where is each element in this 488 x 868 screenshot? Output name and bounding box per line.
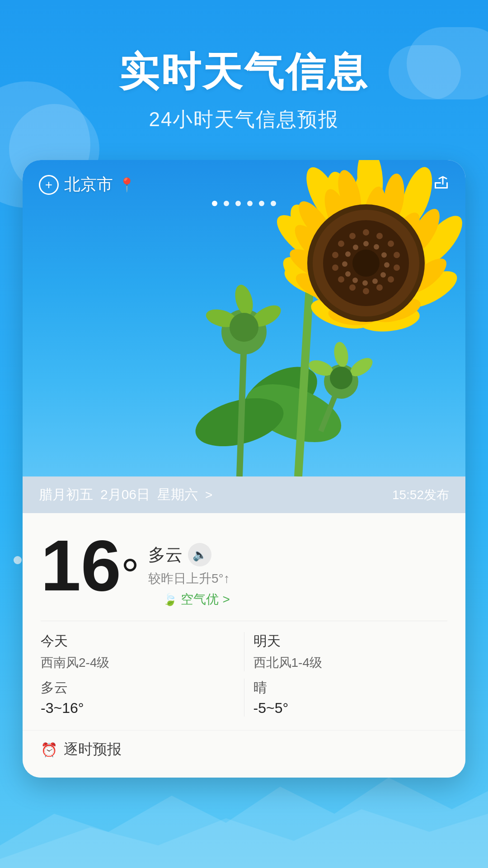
dot-5 xyxy=(259,201,264,206)
wind-row: 今天 西南风2-4级 明天 西北风1-4级 xyxy=(41,621,447,671)
svg-rect-81 xyxy=(435,187,447,189)
weekday: 星期六 xyxy=(157,486,198,504)
today-wind-col: 今天 西南风2-4级 xyxy=(41,632,235,671)
dot-4 xyxy=(247,201,253,206)
location-icon: 📍 xyxy=(118,177,135,193)
date-arrow[interactable]: > xyxy=(205,488,212,502)
add-city-button[interactable]: + xyxy=(39,175,59,195)
svg-point-62 xyxy=(332,264,338,271)
temp-digits: 16 xyxy=(41,525,121,606)
side-indicator-dot xyxy=(14,556,22,564)
tomorrow-condition: 晴 xyxy=(253,679,448,697)
air-quality[interactable]: 🍃 空气优 > xyxy=(163,591,230,608)
today-wind: 西南风2-4级 xyxy=(41,654,235,671)
svg-point-52 xyxy=(363,229,369,236)
degree-symbol: ° xyxy=(121,549,139,600)
speaker-button[interactable]: 🔈 xyxy=(188,543,211,566)
svg-point-71 xyxy=(372,278,378,284)
tomorrow-condition-col: 晴 -5~5° xyxy=(253,679,448,717)
dot-3 xyxy=(235,201,241,206)
svg-point-53 xyxy=(376,233,383,239)
svg-point-72 xyxy=(362,280,368,286)
today-condition-col: 多云 -3~16° xyxy=(41,679,235,717)
sunflower-image-area: + 北京市 📍 xyxy=(23,160,465,476)
temperature-value: 16° xyxy=(41,529,139,602)
hourly-section: ⏰ 逐时预报 xyxy=(23,730,465,778)
weather-type-row: 多云 🔈 xyxy=(148,543,230,566)
svg-point-63 xyxy=(332,252,338,258)
svg-point-12 xyxy=(332,341,350,368)
clock-icon: ⏰ xyxy=(41,742,57,758)
weather-info-section: 16° 多云 🔈 较昨日上升5°↑ 🍃 空气优 > xyxy=(23,513,465,730)
temp-change: 较昨日上升5°↑ xyxy=(148,570,230,587)
city-name: 北京市 xyxy=(64,174,113,196)
svg-point-55 xyxy=(394,252,400,258)
svg-point-54 xyxy=(388,241,394,247)
svg-point-65 xyxy=(349,233,356,239)
air-quality-label: 空气优 xyxy=(181,591,219,608)
sunflower-illustration xyxy=(149,160,465,476)
svg-point-59 xyxy=(363,288,369,294)
card-header-left: + 北京市 📍 xyxy=(39,174,135,196)
condition-divider xyxy=(244,679,244,717)
dot-2 xyxy=(224,201,229,206)
main-title: 实时天气信息 xyxy=(0,45,488,99)
svg-point-70 xyxy=(380,272,386,278)
hourly-title-row: ⏰ 逐时预报 xyxy=(41,740,447,760)
hourly-title: 逐时预报 xyxy=(64,740,122,760)
header-section: 实时天气信息 24小时天气信息预报 xyxy=(0,0,488,133)
svg-point-73 xyxy=(352,278,358,283)
svg-point-74 xyxy=(345,271,351,277)
temperature-row: 16° 多云 🔈 较昨日上升5°↑ 🍃 空气优 > xyxy=(41,529,447,608)
svg-rect-82 xyxy=(446,182,448,189)
wind-divider xyxy=(244,632,244,671)
temp-air-row: 🍃 空气优 > xyxy=(148,591,230,608)
share-button[interactable] xyxy=(433,175,449,195)
air-quality-arrow: > xyxy=(222,592,230,607)
today-label: 今天 xyxy=(41,632,235,651)
gregorian-date: 2月06日 xyxy=(100,486,150,504)
dot-6 xyxy=(271,201,276,206)
temp-details: 多云 🔈 较昨日上升5°↑ 🍃 空气优 > xyxy=(148,529,230,608)
today-condition: 多云 xyxy=(41,679,235,697)
svg-point-60 xyxy=(349,284,356,291)
svg-point-56 xyxy=(394,264,400,271)
card-header: + 北京市 📍 xyxy=(23,160,465,203)
tomorrow-temp-range: -5~5° xyxy=(253,700,448,717)
svg-point-75 xyxy=(342,261,347,267)
lunar-date: 腊月初五 xyxy=(39,486,93,504)
published-time: 15:52发布 xyxy=(392,486,449,504)
sub-title: 24小时天气信息预报 xyxy=(0,106,488,133)
svg-point-77 xyxy=(353,245,358,250)
svg-point-69 xyxy=(384,262,389,268)
svg-point-67 xyxy=(374,244,379,250)
svg-point-15 xyxy=(330,367,352,389)
svg-point-66 xyxy=(363,241,369,246)
svg-point-8 xyxy=(230,313,258,342)
date-left: 腊月初五 2月06日 星期六 > xyxy=(39,486,212,504)
svg-point-68 xyxy=(381,252,387,258)
tomorrow-label: 明天 xyxy=(253,632,448,651)
svg-line-3 xyxy=(239,341,244,476)
svg-point-57 xyxy=(388,276,394,283)
svg-point-64 xyxy=(338,241,344,247)
dot-1 xyxy=(212,201,217,206)
svg-point-61 xyxy=(338,276,344,283)
condition-row: 多云 -3~16° 晴 -5~5° xyxy=(41,679,447,717)
svg-point-76 xyxy=(345,251,351,257)
date-bar: 腊月初五 2月06日 星期六 > 15:52发布 xyxy=(23,476,465,513)
weather-card: + 北京市 📍 xyxy=(23,160,465,778)
tomorrow-wind: 西北风1-4级 xyxy=(253,654,448,671)
page-dots xyxy=(212,201,276,206)
svg-point-58 xyxy=(376,284,383,291)
svg-point-78 xyxy=(352,250,380,277)
today-temp-range: -3~16° xyxy=(41,700,235,717)
tomorrow-wind-col: 明天 西北风1-4级 xyxy=(253,632,448,671)
weather-type: 多云 xyxy=(148,543,183,566)
